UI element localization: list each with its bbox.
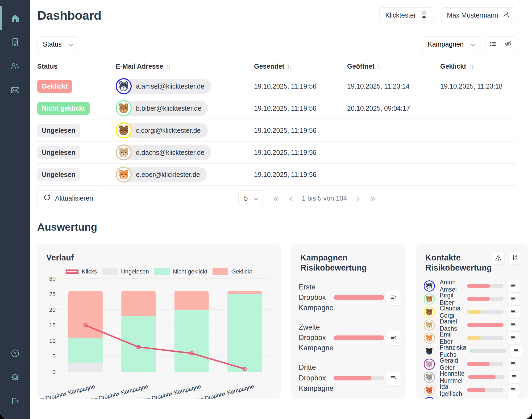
next-page-button[interactable]: › <box>355 193 361 203</box>
organization-button[interactable]: Klicktester <box>379 7 434 23</box>
list-view-button[interactable] <box>485 37 501 52</box>
sent-timestamp: 19.10.2025, 11:19:56 <box>254 171 347 179</box>
page-size-select[interactable]: 5 <box>238 190 264 206</box>
kampagne-risk-row: Dritte DropboxKampagne <box>299 362 398 393</box>
page-size-value: 5 <box>244 194 248 202</box>
sort-arrows-icon[interactable]: ↑↓ <box>287 63 292 70</box>
kontakt-menu-button[interactable] <box>510 345 523 358</box>
sidebar-item-settings[interactable] <box>9 373 21 382</box>
legend-item[interactable]: Ungelesen <box>102 268 149 275</box>
table-row[interactable]: Ungelesen c.corgi@klicktester.de 19.10.2… <box>37 119 516 142</box>
kontakt-risk-row: Birgit Biber <box>424 292 521 302</box>
table-row[interactable]: Nicht geklickt b.biber@klicktester.de 19… <box>37 97 516 119</box>
auswertung-heading: Auswertung <box>37 221 516 233</box>
building-icon <box>10 38 20 48</box>
bull-avatar-illustration <box>425 308 434 316</box>
kontakt-risk-row: Henriette Hummel <box>424 370 521 381</box>
hide-view-button[interactable] <box>501 37 516 52</box>
tiger-avatar-illustration <box>425 334 434 342</box>
table-row[interactable]: Geklickt a.amsel@klicktester.de 19.10.20… <box>37 75 516 97</box>
header-divider <box>37 30 516 30</box>
kontakt-risk-row-partial <box>424 396 521 399</box>
contact-avatar <box>424 280 435 292</box>
kontakt-risk-row: Ida Igelfisch <box>424 383 521 394</box>
user-menu-button[interactable]: Max Mustermann <box>441 7 516 23</box>
prev-page-button[interactable]: ‹ <box>288 193 294 203</box>
last-page-button[interactable]: » <box>369 193 377 203</box>
kampagne-menu-button[interactable] <box>386 371 401 386</box>
contact-avatar <box>424 346 435 357</box>
sent-timestamp: 19.10.2025, 11:19:56 <box>254 149 347 156</box>
sort-arrows-icon[interactable]: ↑↓ <box>469 63 473 70</box>
status-filter-select[interactable]: Status <box>37 36 79 52</box>
kontakt-menu-button[interactable] <box>507 306 520 318</box>
kontakt-menu-button[interactable] <box>507 319 520 331</box>
risk-bar-track <box>470 349 506 353</box>
sidebar-item-help[interactable]: ? <box>9 349 21 358</box>
column-header-ge-ffnet[interactable]: Geöffnet↑↓ <box>347 63 440 70</box>
sidebar-item-contacts[interactable] <box>9 62 21 71</box>
risk-bar-fill <box>334 335 384 340</box>
contact-name: Gerald Geier <box>440 357 463 371</box>
pagination-range: 1 bis 5 von 104 <box>302 194 347 202</box>
kampagne-name: Dritte DropboxKampagne <box>299 362 334 393</box>
risk-bar-fill <box>467 297 490 301</box>
legend-item[interactable]: Geklickt <box>213 268 252 275</box>
refresh-icon <box>43 194 51 203</box>
chevron-down-icon <box>471 40 475 48</box>
legend-swatch <box>102 268 118 275</box>
sort-az-button[interactable]: A Z <box>508 252 521 264</box>
contact-avatar <box>424 359 435 370</box>
status-badge: Ungelesen <box>37 168 80 181</box>
kontakt-menu-button[interactable] <box>507 293 520 305</box>
sidebar-item-dashboard[interactable] <box>9 14 21 23</box>
svg-text:A: A <box>515 255 517 258</box>
svg-text:Z: Z <box>515 258 517 261</box>
sidebar-item-campaigns[interactable] <box>9 86 21 95</box>
sent-timestamp: 19.10.2025, 11:19:56 <box>254 82 347 90</box>
contact-avatar <box>424 333 435 344</box>
sort-arrows-icon[interactable]: ↑↓ <box>377 63 382 70</box>
kampagne-menu-button[interactable] <box>386 290 401 305</box>
sort-arrows-icon[interactable]: ↑↓ <box>166 63 170 70</box>
kontakt-menu-button[interactable] <box>508 371 521 384</box>
sidebar-item-organization[interactable] <box>9 38 21 47</box>
table-row[interactable]: Ungelesen d.dachs@klicktester.de 19.10.2… <box>37 142 516 164</box>
kontakt-menu-button[interactable] <box>507 358 520 371</box>
kontakt-menu-button[interactable] <box>507 280 520 292</box>
risk-bar-fill <box>467 362 490 366</box>
email-address: b.biber@klicktester.de <box>123 101 208 116</box>
puma-avatar-illustration <box>118 102 130 114</box>
building-icon <box>420 10 428 20</box>
legend-item[interactable]: Klicks <box>66 268 97 275</box>
verlauf-card: Verlauf KlicksUngelesenNicht geklicktGek… <box>37 244 281 399</box>
kontakt-menu-button[interactable] <box>507 396 520 399</box>
status-badge: Nicht geklickt <box>37 102 90 115</box>
email-address: c.corgi@klicktester.de <box>123 123 208 138</box>
risk-bar-track <box>467 336 504 340</box>
kampagne-menu-button[interactable] <box>386 330 401 345</box>
bull-avatar-illustration <box>118 124 130 136</box>
refresh-button[interactable]: Aktualisieren <box>37 190 99 206</box>
kampagne-risk-row: Zweite DropboxKampagne <box>299 322 398 353</box>
email-address: d.dachs@klicktester.de <box>123 145 211 160</box>
kontakt-menu-button[interactable] <box>507 332 520 345</box>
column-header-geklickt[interactable]: Geklickt↑↓ <box>440 63 516 70</box>
kontakt-menu-button[interactable] <box>507 384 520 397</box>
contact-avatar <box>424 293 435 305</box>
column-header-e-mail-adresse[interactable]: E-Mail Adresse↑↓ <box>116 63 254 70</box>
kampagnen-risiko-card: KampagnenRisikobewertung Erste DropboxKa… <box>291 244 406 399</box>
kampagnen-filter-select[interactable]: Kampagnen <box>422 36 481 52</box>
help-icon: ? <box>10 349 20 359</box>
kampagne-risk-row: Erste DropboxKampagne <box>299 282 398 313</box>
risk-bar-fill <box>467 323 504 327</box>
sidebar-item-logout[interactable] <box>9 397 21 406</box>
legend-item[interactable]: Nicht geklickt <box>154 268 207 275</box>
legend-label: Ungelesen <box>121 268 149 275</box>
opened-timestamp: 20.10.2025, 09:04:17 <box>347 105 440 112</box>
risk-warning-button[interactable] <box>492 252 505 264</box>
column-header-gesendet[interactable]: Gesendet↑↓ <box>254 63 347 70</box>
table-row[interactable]: Ungelesen e.eber@klicktester.de 19.10.20… <box>37 164 516 186</box>
eye-off-icon <box>504 40 512 49</box>
first-page-button[interactable]: « <box>272 193 280 203</box>
